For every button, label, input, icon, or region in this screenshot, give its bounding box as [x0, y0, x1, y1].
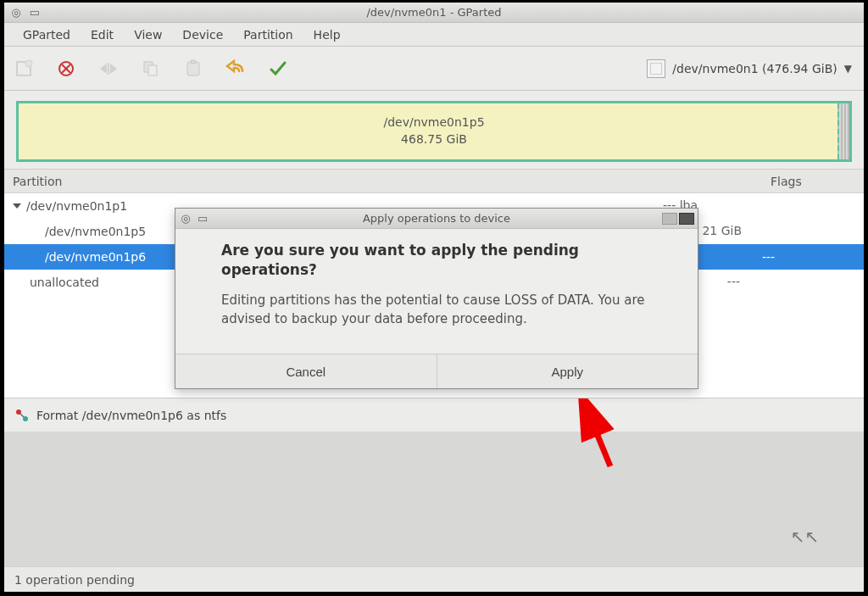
- menu-bar: GParted Edit View Device Partition Help: [4, 23, 864, 47]
- status-text: 1 operation pending: [14, 573, 135, 587]
- device-selector[interactable]: /dev/nvme0n1 (476.94 GiB) ▼: [642, 58, 857, 80]
- partition-name: unallocated: [30, 276, 99, 289]
- partition-name: /dev/nvme0n1p1: [26, 199, 127, 213]
- resize-icon: [96, 56, 121, 81]
- delete-icon[interactable]: [53, 56, 79, 81]
- apply-icon[interactable]: [265, 56, 291, 81]
- app-menu-icon[interactable]: ◎: [9, 6, 23, 19]
- svg-rect-9: [191, 60, 196, 64]
- window-title: /dev/nvme0n1 - GParted: [4, 6, 864, 19]
- window-titlebar: ◎ ▭ /dev/nvme0n1 - GParted: [4, 3, 864, 23]
- partition-name: /dev/nvme0n1p6: [45, 250, 146, 264]
- minimize-icon[interactable]: [662, 213, 677, 225]
- svg-line-12: [20, 414, 24, 417]
- partgraph-name: /dev/nvme0n1p5: [383, 114, 484, 131]
- apply-button[interactable]: Apply: [437, 354, 698, 388]
- partition-flags: ---: [762, 250, 864, 264]
- pending-op-label: Format /dev/nvme0n1p6 as ntfs: [36, 409, 226, 422]
- dialog-heading: Are you sure you want to apply the pendi…: [221, 241, 664, 280]
- svg-point-1: [25, 60, 32, 67]
- pending-operations: Format /dev/nvme0n1p6 as ntfs: [4, 398, 864, 432]
- new-partition-icon: [11, 56, 36, 81]
- app-menu-icon[interactable]: ◎: [179, 212, 192, 226]
- disk-icon: [647, 59, 665, 78]
- col-flags[interactable]: Flags: [762, 175, 864, 188]
- partition-name: /dev/nvme0n1p5: [45, 225, 146, 238]
- partition-flags: 21 GiB: [702, 224, 742, 237]
- menu-edit[interactable]: Edit: [81, 25, 124, 45]
- window-icon: ▭: [196, 212, 209, 226]
- window-icon: ▭: [28, 6, 42, 19]
- menu-device[interactable]: Device: [172, 25, 233, 45]
- maximize-icon[interactable]: [679, 213, 694, 225]
- partition-graph[interactable]: /dev/nvme0n1p5 468.75 GiB: [16, 101, 852, 162]
- menu-gparted[interactable]: GParted: [13, 25, 81, 45]
- col-partition[interactable]: Partition: [4, 175, 178, 188]
- device-selector-label: /dev/nvme0n1 (476.94 GiB): [672, 62, 837, 75]
- partgraph-size: 468.75 GiB: [383, 131, 484, 148]
- dialog-titlebar[interactable]: ◎ ▭ Apply operations to device: [175, 209, 698, 229]
- partition-flags: ---: [727, 275, 740, 288]
- disclosure-icon[interactable]: [13, 203, 21, 209]
- toolbar: /dev/nvme0n1 (476.94 GiB) ▼: [4, 47, 864, 91]
- apply-dialog: ◎ ▭ Apply operations to device Are you s…: [175, 208, 698, 389]
- copy-icon: [138, 56, 164, 81]
- status-bar: 1 operation pending: [4, 566, 864, 592]
- format-icon: [14, 408, 30, 423]
- paste-icon: [181, 56, 206, 81]
- menu-view[interactable]: View: [124, 25, 172, 45]
- svg-rect-7: [148, 65, 157, 75]
- dialog-message: Editing partitions has the potential to …: [221, 292, 664, 329]
- menu-help[interactable]: Help: [303, 25, 351, 45]
- cancel-button[interactable]: Cancel: [175, 354, 437, 388]
- dialog-title: Apply operations to device: [175, 212, 698, 225]
- undo-icon[interactable]: [223, 56, 248, 81]
- partition-handle[interactable]: [837, 103, 849, 159]
- partition-graph-area: /dev/nvme0n1p5 468.75 GiB: [4, 91, 864, 169]
- chevron-down-icon: ▼: [844, 63, 852, 75]
- menu-partition[interactable]: Partition: [233, 25, 303, 45]
